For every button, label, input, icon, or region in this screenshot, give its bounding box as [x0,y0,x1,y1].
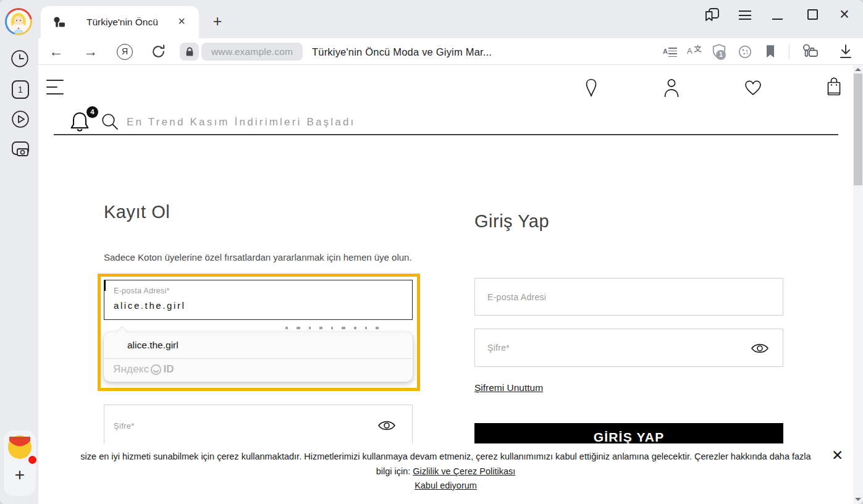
login-eye-icon[interactable] [751,342,769,355]
browser-sidebar [0,0,38,504]
yandex-search-button[interactable]: Я [117,44,133,60]
site-menu-icon[interactable] [46,80,64,100]
login-password-field[interactable] [474,329,783,367]
browser-window: Türkiye'nin Öncü × + × ← → Я www.example… [0,0,863,504]
profile-avatar[interactable] [5,8,32,35]
wishlist-heart-icon[interactable] [744,79,762,96]
screenshot-camera-icon[interactable] [9,138,32,160]
clipped-text-fragment [285,327,413,330]
signup-email-value: alice.the.girl [114,300,185,311]
url-field[interactable]: www.example.com [201,43,303,61]
browser-tab[interactable]: Türkiye'nin Öncü × [41,6,199,38]
maximize-button[interactable] [807,9,818,20]
login-email-input[interactable] [487,279,733,315]
dropdown-divider [104,358,413,359]
browser-menu-icon[interactable] [739,10,751,23]
cookie-text-line1: size en iyi hizmeti sunabilmek için çere… [38,452,853,461]
minimize-button[interactable] [772,19,783,20]
login-email-field[interactable] [474,278,783,316]
cookie-icon[interactable] [738,44,752,59]
cookie-accept-link[interactable]: Kabul ediyorum [415,481,477,490]
shopping-bag-icon[interactable] [825,76,843,98]
tab-count-button[interactable]: 1 [12,80,29,99]
scrollbar-up-arrow[interactable] [855,68,861,71]
cookie-text-line2: bilgi için: Gizlilik ve Çerez Politikası [38,466,853,476]
scrollbar-thumb[interactable] [854,74,862,185]
cookie-close-icon[interactable]: ✕ [831,447,843,464]
login-title: Giriş Yap [474,211,549,232]
add-service-button[interactable]: + [4,465,36,485]
bell-badge-count: 4 [86,106,98,118]
scrollbar-down-arrow[interactable] [855,498,861,501]
search-input[interactable]: En Trend Kasım İndirimleri Başladı [127,116,356,128]
avatar-girl-illustration [7,10,30,33]
new-tab-button[interactable]: + [208,12,227,31]
mail-service-icon[interactable] [8,435,32,459]
page-scrollbar[interactable] [853,65,863,504]
reader-mode-icon[interactable]: A [663,46,678,57]
window-close-button[interactable]: × [840,5,849,24]
notification-bell[interactable]: 4 [68,110,100,136]
forgot-password-link[interactable]: Şifremi Unuttum [474,382,543,393]
signup-password-field[interactable]: Şifre* [104,405,413,444]
autofill-suggestion[interactable]: alice.the.girl [127,340,179,351]
account-person-icon[interactable] [663,77,680,98]
autofill-dropdown: alice.the.girl Яндекс ID [104,332,413,382]
tab-favicon-icon [52,15,67,30]
media-play-icon[interactable] [11,110,30,128]
toolbar-separator [789,44,789,59]
history-clock-icon[interactable] [11,49,29,68]
forward-button[interactable]: → [83,43,98,60]
webpage-viewport: 4 En Trend Kasım İndirimleri Başladı Kay… [38,65,853,504]
smiley-icon [150,364,162,376]
reload-icon[interactable] [150,43,167,60]
lock-icon [185,46,195,57]
keychain-card-icon[interactable] [801,43,821,61]
password-eye-icon[interactable] [377,419,396,432]
tab-title: Türkiye'nin Öncü [86,17,158,28]
sidebar-services-panel: + [4,430,36,496]
signup-title: Kayıt Ol [104,202,170,222]
yandex-id-branding: Яндекс ID [113,363,174,376]
page-title: Türkiye'nin Öncü Moda ve Giyim Mar... [312,44,492,59]
shield-badge-count: 1 [716,50,726,60]
back-button[interactable]: ← [49,43,63,60]
signup-email-field[interactable]: E-posta Adresi* alice.the.girl [104,280,413,320]
dropdown-notch [116,326,128,339]
signup-password-label: Şifre* [114,421,135,430]
adblock-shield-icon[interactable]: 1 [711,43,728,62]
download-icon[interactable] [838,43,854,61]
translate-icon[interactable]: A [687,44,703,59]
signup-email-label: E-posta Adresi* [114,287,170,295]
text-cursor [104,280,106,291]
search-underline [54,134,838,135]
signup-subtitle: Sadece Koton üyelerine özel fırsatlardan… [104,252,412,262]
bookmark-filled-icon[interactable] [765,44,776,59]
cookie-banner: size en iyi hizmeti sunabilmek için çere… [38,443,853,504]
login-password-input[interactable] [487,329,718,366]
privacy-policy-link[interactable]: Gizlilik ve Çerez Politikası [413,466,515,476]
security-lock-badge[interactable] [180,43,199,61]
side-panel-icon[interactable] [703,7,720,24]
mail-notification-dot [28,456,36,464]
tab-close-icon[interactable]: × [178,14,185,28]
store-locator-pin-icon[interactable] [583,77,599,98]
search-icon[interactable] [100,112,120,132]
cookie-accept-row: Kabul ediyorum [38,481,853,490]
